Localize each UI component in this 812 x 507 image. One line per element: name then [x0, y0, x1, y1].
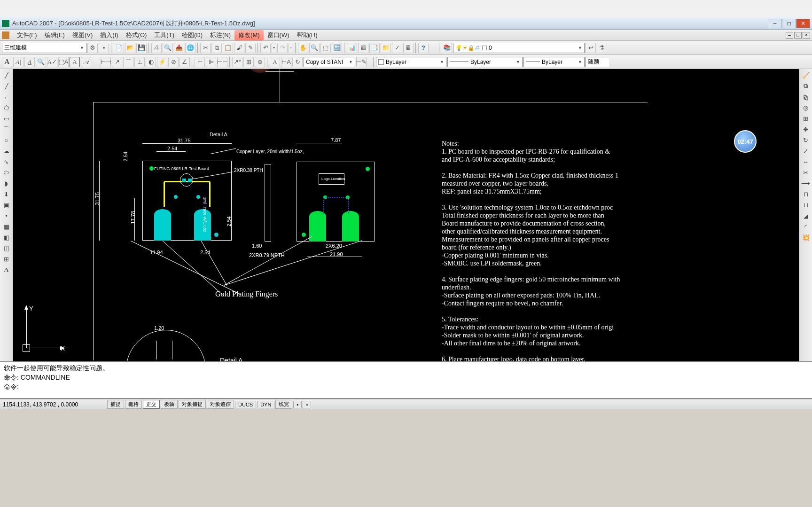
scale-button[interactable]: ⤢: [801, 146, 811, 156]
zoom-window-button[interactable]: ⬚: [320, 43, 331, 53]
block-editor-button[interactable]: ✎: [245, 43, 256, 53]
save-button[interactable]: 💾: [136, 43, 147, 53]
offset-button[interactable]: ◎: [801, 102, 811, 113]
arc-button[interactable]: ⌒: [1, 124, 12, 134]
dim-jogged-button[interactable]: ⚡: [157, 57, 167, 67]
stretch-button[interactable]: ↔: [801, 156, 811, 167]
tool-palettes-button[interactable]: 📑: [369, 43, 380, 53]
grid-toggle[interactable]: 栅格: [125, 400, 142, 409]
dim-aligned-button[interactable]: ↗: [112, 57, 122, 67]
dim-baseline-button[interactable]: ⊫: [206, 57, 216, 67]
undo-dropdown[interactable]: ▾: [272, 43, 276, 53]
rectangle-button[interactable]: ▭: [1, 113, 12, 124]
toolpalettes-button[interactable]: ▪: [99, 43, 109, 53]
menu-draw[interactable]: 绘图(D): [178, 30, 206, 40]
dim-edit-button[interactable]: A: [270, 57, 280, 67]
mdi-close-button[interactable]: ×: [803, 32, 810, 39]
markup-button[interactable]: ✓: [392, 43, 402, 53]
coordinate-display[interactable]: 1154.1133, 413.9702 , 0.0000: [3, 401, 106, 408]
dim-tedit-button[interactable]: ⊢A: [281, 57, 291, 67]
ellipse-button[interactable]: ⬭: [1, 167, 12, 178]
otrack-toggle[interactable]: 对象追踪: [207, 400, 234, 409]
mtext-button[interactable]: A: [2, 57, 12, 67]
dim-arc-button[interactable]: ⌒: [123, 57, 133, 67]
model-viewport[interactable]: 02:47 31.75 2.54 Detail A 2.54 31.75 17.…: [13, 69, 799, 361]
designcenter-button[interactable]: 🏛: [358, 43, 368, 53]
menu-modify[interactable]: 修改(M): [234, 30, 264, 40]
close-button[interactable]: ✕: [796, 19, 810, 28]
dimstyle-manager-button[interactable]: ⊢✎: [356, 57, 367, 67]
open-button[interactable]: 📂: [125, 43, 135, 53]
mirror-button[interactable]: ⧎: [801, 92, 811, 102]
hatch-button[interactable]: ▦: [1, 221, 12, 232]
menu-view[interactable]: 视图(V): [69, 30, 96, 40]
zoom-previous-button[interactable]: 🔙: [332, 43, 342, 53]
menu-format[interactable]: 格式(O): [122, 30, 151, 40]
fillet-button[interactable]: ◜: [801, 221, 811, 232]
layer-states-button[interactable]: ⚗: [597, 43, 607, 53]
plot-preview-button[interactable]: 🔍: [163, 43, 173, 53]
quickcalc-button[interactable]: 🖩: [403, 43, 414, 53]
menu-file[interactable]: 文件(F): [13, 30, 41, 40]
find-button[interactable]: 🔍: [36, 57, 46, 67]
zoom-realtime-button[interactable]: 🔍: [309, 43, 320, 53]
sheet-set-button[interactable]: 📁: [381, 43, 391, 53]
new-button[interactable]: 📄: [114, 43, 124, 53]
dim-radius-button[interactable]: ◐: [146, 57, 156, 67]
plotstyle-combo[interactable]: 随颜: [586, 57, 609, 67]
3ddwf-button[interactable]: 🌐: [185, 43, 195, 53]
polygon-button[interactable]: ⬠: [1, 102, 12, 113]
model-toggle[interactable]: ▪: [293, 401, 302, 408]
scale-text-button[interactable]: ⬚A: [58, 57, 69, 67]
snap-toggle[interactable]: 捕捉: [107, 400, 124, 409]
pan-button[interactable]: ✋: [298, 43, 308, 53]
dim-tolerance-button[interactable]: ⊞: [243, 57, 254, 67]
polar-toggle[interactable]: 极轴: [161, 400, 178, 409]
menu-help[interactable]: 帮助(H): [293, 30, 321, 40]
dtext-button[interactable]: A|: [13, 57, 23, 67]
edit-text-button[interactable]: A: [24, 57, 35, 67]
dimstyle-combo[interactable]: Copy of STANI ▼: [304, 57, 355, 67]
rotate-button[interactable]: ↻: [801, 135, 811, 145]
textstyle-button[interactable]: 𝒜: [81, 57, 91, 67]
matchprop-button[interactable]: 🖌: [234, 43, 244, 53]
dim-update-button[interactable]: ↻: [292, 57, 303, 67]
dim-linear-button[interactable]: ⊢⊣: [101, 57, 111, 67]
lwt-toggle[interactable]: 线宽: [275, 400, 292, 409]
make-block-button[interactable]: ▣: [1, 200, 12, 210]
menu-edit[interactable]: 编辑(E): [41, 30, 69, 40]
help-button[interactable]: ?: [418, 43, 429, 53]
layer-manager-button[interactable]: 📚: [442, 43, 452, 53]
ortho-toggle[interactable]: 正交: [143, 400, 160, 409]
print-button[interactable]: 🖨: [151, 43, 162, 53]
insert-block-button[interactable]: ⬇: [1, 189, 12, 199]
dim-diameter-button[interactable]: ⊘: [168, 57, 179, 67]
line-button[interactable]: ╱: [1, 70, 12, 80]
properties-button[interactable]: 📊: [347, 43, 357, 53]
cut-button[interactable]: ✂: [200, 43, 211, 53]
redo-dropdown[interactable]: ▾: [289, 43, 293, 53]
join-button[interactable]: ⊔: [801, 200, 811, 210]
break-button[interactable]: ⊓: [801, 189, 811, 199]
publish-button[interactable]: 📤: [174, 43, 184, 53]
menu-tools[interactable]: 工具(T): [150, 30, 178, 40]
osnap-toggle[interactable]: 对象捕捉: [179, 400, 206, 409]
point-button[interactable]: •: [1, 211, 12, 221]
revcloud-button[interactable]: ☁: [1, 146, 12, 156]
copy-button[interactable]: ⧉: [211, 43, 222, 53]
ellipse-arc-button[interactable]: ◗: [1, 178, 12, 188]
spell-button[interactable]: A✓: [47, 57, 57, 67]
layout-toggle[interactable]: ▫: [303, 401, 311, 408]
mtext-button-side[interactable]: A: [1, 265, 12, 275]
minimize-button[interactable]: –: [768, 19, 782, 28]
xline-button[interactable]: ╱: [1, 81, 12, 91]
region-button[interactable]: ◫: [1, 243, 12, 253]
table-button[interactable]: ⊞: [1, 254, 12, 264]
dyn-toggle[interactable]: DYN: [257, 401, 274, 408]
dim-leader-button[interactable]: ↗°: [232, 57, 242, 67]
layer-combo[interactable]: 💡☀🔒🖨 0 ▼: [453, 43, 585, 53]
trim-button[interactable]: ✂: [801, 167, 811, 178]
chamfer-button[interactable]: ◢: [801, 211, 811, 221]
gradient-button[interactable]: ◧: [1, 232, 12, 242]
dim-continue-button[interactable]: ⊢⊢: [217, 57, 227, 67]
